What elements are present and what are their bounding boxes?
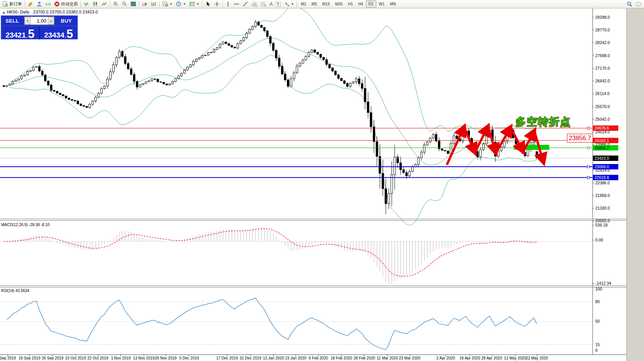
timeframe-bar: M1M5M15M30H1H4D1W1MN: [298, 0, 399, 8]
autotrade-button[interactable]: 自动交易: [53, 0, 79, 8]
candle: [453, 133, 455, 146]
crosshair-tool-button[interactable]: [212, 0, 221, 8]
search-button[interactable]: [625, 0, 634, 8]
time-axis-label: 5 Dec 2019: [179, 356, 199, 360]
hline-tool-button[interactable]: [232, 0, 241, 8]
time-axis-label: 16 Apr 2020: [460, 356, 480, 360]
separator: [222, 1, 223, 7]
volume-increase-button[interactable]: ▲: [48, 17, 54, 25]
rsi-axis-label: 0: [595, 348, 598, 353]
hline-handle[interactable]: [587, 127, 590, 129]
price-tag-22618.8: 22618.8: [595, 175, 609, 180]
zigzag-segment[interactable]: [447, 127, 464, 165]
buy-button[interactable]: BUY: [55, 18, 77, 24]
hline-handle[interactable]: [587, 176, 590, 179]
candle: [272, 41, 274, 52]
profile-button[interactable]: [35, 0, 44, 8]
volume-value[interactable]: 1.00: [31, 18, 48, 24]
periods-button[interactable]: ▼: [174, 0, 188, 8]
text-tool-button[interactable]: A: [268, 0, 274, 8]
time-axis-label: Sep 2019: [0, 356, 16, 360]
candle: [15, 80, 16, 82]
candle: [219, 43, 221, 49]
candle: [112, 62, 114, 74]
chart-canvas[interactable]: 29298.028770.028242.027698.027170.026642…: [0, 0, 644, 361]
hline-handle[interactable]: [587, 166, 590, 168]
chart-shift-button[interactable]: [149, 0, 158, 8]
time-axis-label: 17 Dec 2019: [216, 356, 238, 360]
candle-chart-button[interactable]: [91, 0, 100, 8]
candle: [115, 56, 117, 67]
fibonacci-tool-button[interactable]: F: [259, 0, 268, 8]
tf-button-MN[interactable]: MN: [387, 0, 399, 8]
label-tool-button[interactable]: T: [274, 0, 282, 8]
horizontal-lines[interactable]: [0, 127, 593, 179]
tf-button-D1[interactable]: D1: [366, 0, 376, 8]
sell-button[interactable]: SELL: [1, 18, 23, 24]
tf-button-H4[interactable]: H4: [356, 0, 366, 8]
candle: [71, 99, 73, 101]
tf-button-M30[interactable]: M30: [333, 0, 345, 8]
volume-decrease-button[interactable]: ▼: [25, 17, 31, 25]
candle: [157, 78, 159, 82]
price-tag-23069.0: 23069.0: [595, 164, 609, 169]
channel-tool-button[interactable]: E: [250, 0, 259, 8]
turning-point-annotation[interactable]: 多空转折点: [516, 115, 571, 129]
macd-panel: 536.180.00-1412.34: [0, 223, 611, 286]
trendline-tool-button[interactable]: [241, 0, 250, 8]
zoom-in-button[interactable]: [111, 0, 120, 8]
candle: [441, 149, 443, 151]
line-chart-button[interactable]: [100, 0, 109, 8]
candle: [417, 156, 419, 167]
brush-tool-button[interactable]: [26, 0, 35, 8]
price-axis-label: 27170.0: [595, 66, 610, 71]
buy-price[interactable]: 23434.5: [40, 26, 78, 39]
bar-chart-button[interactable]: [82, 0, 91, 8]
rsi-line: [7, 298, 537, 350]
tf-button-M15[interactable]: M15: [320, 0, 332, 8]
sell-price[interactable]: 23421.5: [1, 26, 40, 39]
tf-button-W1[interactable]: W1: [376, 0, 387, 8]
indicators-button[interactable]: ▼: [161, 0, 174, 8]
svg-text:F: F: [265, 5, 266, 7]
candle: [77, 100, 79, 104]
candle: [349, 82, 351, 88]
auto-scroll-button[interactable]: [140, 0, 149, 8]
candle: [435, 131, 437, 143]
zoom-out-button[interactable]: [120, 0, 129, 8]
price-level-box[interactable]: 23856.7: [567, 134, 593, 143]
candle: [314, 49, 316, 53]
candle: [9, 84, 11, 86]
tf-button-H1[interactable]: H1: [345, 0, 356, 8]
candle: [281, 63, 283, 75]
candle: [388, 188, 390, 209]
templates-button[interactable]: ▼: [188, 0, 201, 8]
signal-button[interactable]: [44, 0, 53, 8]
candle: [133, 72, 135, 84]
candle: [338, 74, 339, 80]
new-order-button[interactable]: 新订单: [1, 0, 23, 8]
candle: [231, 45, 233, 48]
candle: [255, 20, 257, 28]
candle: [222, 41, 224, 45]
cursor-tool-button[interactable]: [204, 0, 212, 8]
macd-axis-label: 536.18: [595, 223, 608, 227]
candle: [346, 82, 348, 87]
candle: [287, 79, 289, 88]
separator: [202, 1, 203, 7]
hline-handle[interactable]: [587, 147, 590, 149]
zoom-out-icon: [122, 1, 127, 7]
candle: [104, 85, 105, 89]
vline-tool-button[interactable]: [224, 0, 232, 8]
shapes-tool-button[interactable]: ▼: [282, 0, 296, 8]
candle: [228, 43, 230, 46]
candle: [379, 144, 381, 189]
tf-button-M5[interactable]: M5: [309, 0, 320, 8]
chat-button[interactable]: [634, 0, 643, 8]
volume-field[interactable]: ▼ 1.00 ▲: [24, 16, 54, 25]
tile-windows-button[interactable]: [129, 0, 138, 8]
tf-button-M1[interactable]: M1: [298, 0, 309, 8]
macd-axis-label: 0.00: [595, 238, 603, 242]
candle: [178, 75, 180, 79]
candle: [213, 48, 215, 53]
